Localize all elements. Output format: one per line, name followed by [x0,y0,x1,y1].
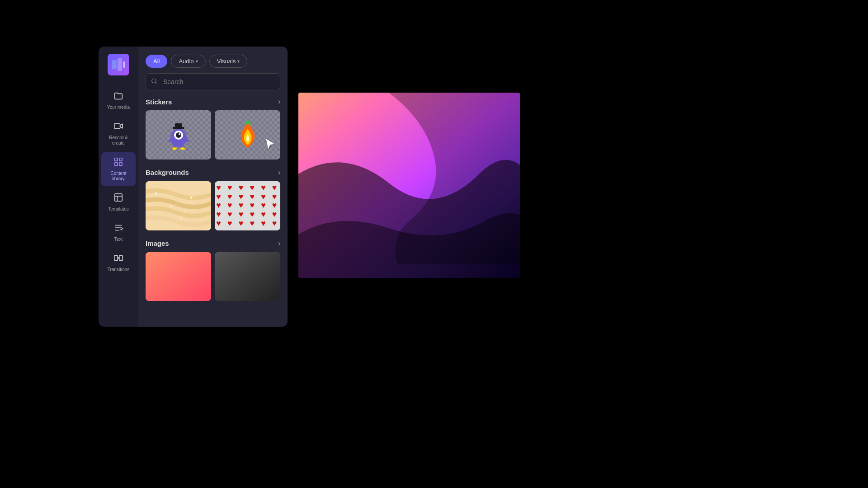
panel-scroll[interactable]: Stickers › [138,98,288,327]
image-card-1[interactable] [146,252,211,301]
svg-text:♥: ♥ [250,183,255,192]
svg-rect-3 [114,124,120,129]
svg-point-14 [176,132,181,138]
svg-point-15 [179,133,180,135]
svg-text:♥: ♥ [239,192,244,201]
sidebar-item-transitions[interactable]: Transitions [101,249,136,277]
svg-rect-30 [215,181,280,230]
svg-text:♥: ♥ [239,201,244,210]
svg-text:♥: ♥ [272,201,277,210]
sidebar-item-your-media[interactable]: Your media [101,86,136,115]
sidebar-item-text[interactable]: Text [101,218,136,247]
svg-text:♥: ♥ [239,219,244,228]
app-logo [108,54,129,75]
section-stickers: Stickers › [146,98,280,160]
backgrounds-grid: ✦ ✦ ✦ ✦ ♥ ♥ ♥ ♥ ♥ [146,181,280,230]
filter-bar: All Audio ▾ Visuals ▾ [138,47,288,73]
image-card-2[interactable] [215,252,280,301]
svg-text:✦: ✦ [189,195,193,200]
svg-rect-1 [118,58,122,71]
svg-point-24 [246,121,249,123]
background-card-hearts[interactable]: ♥ ♥ ♥ ♥ ♥ ♥ ♥ ♥ ♥ ♥ ♥ ♥ ♥ ♥ ♥ [215,181,280,230]
svg-text:♥: ♥ [250,201,255,210]
sidebar-item-templates[interactable]: Templates [101,188,136,216]
audio-chevron-icon: ▾ [196,59,198,64]
search-input[interactable] [146,73,280,90]
images-grid [146,252,280,301]
section-images: Images › [146,239,280,301]
svg-text:♥: ♥ [261,192,266,201]
backgrounds-arrow-icon: › [278,169,280,177]
svg-text:♥: ♥ [250,210,255,219]
images-title: Images [146,239,169,247]
sidebar-item-your-media-label: Your media [107,105,130,110]
filter-audio-button[interactable]: Audio ▾ [171,55,205,68]
video-icon [113,121,123,133]
grid-icon [113,157,123,169]
search-icon [151,78,157,86]
background-card-wavy[interactable]: ✦ ✦ ✦ ✦ [146,181,211,230]
svg-text:♥: ♥ [239,183,244,192]
svg-text:♥: ♥ [216,219,221,228]
sidebar-item-transitions-label: Transitions [108,267,130,272]
section-backgrounds: Backgrounds › ✦ ✦ ✦ [146,169,280,230]
svg-rect-5 [119,158,122,161]
svg-rect-9 [114,256,118,261]
sidebar-item-content-library[interactable]: Content library [101,152,136,186]
svg-text:♥: ♥ [227,210,232,219]
filter-all-button[interactable]: All [146,55,167,68]
svg-text:♥: ♥ [227,183,232,192]
svg-text:♥: ♥ [272,183,277,192]
sidebar: Your media Record &create Content librar… [99,47,138,327]
svg-rect-4 [115,158,118,161]
stickers-section-header[interactable]: Stickers › [146,98,280,106]
filter-visuals-button[interactable]: Visuals ▾ [209,55,248,68]
svg-rect-61 [146,252,211,301]
sticker-card-monster[interactable] [146,110,211,160]
svg-text:♥: ♥ [250,219,255,228]
visuals-chevron-icon: ▾ [237,59,240,64]
search-box [146,73,280,90]
svg-text:✦: ✦ [180,216,183,220]
stickers-grid [146,110,280,160]
stickers-title: Stickers [146,98,172,106]
svg-text:✦: ✦ [170,205,173,209]
content-panel: All Audio ▾ Visuals ▾ Stickers › [138,47,288,327]
text-icon [113,223,123,235]
svg-text:♥: ♥ [216,183,221,192]
images-section-header[interactable]: Images › [146,239,280,248]
svg-rect-2 [123,61,125,68]
svg-rect-7 [119,163,122,165]
svg-text:♥: ♥ [272,192,277,201]
sidebar-item-content-library-label: Content library [105,171,132,182]
svg-text:♥: ♥ [216,192,221,201]
svg-text:♥: ♥ [227,201,232,210]
backgrounds-title: Backgrounds [146,169,189,176]
svg-text:♥: ♥ [261,201,266,210]
svg-rect-62 [215,252,280,301]
svg-point-23 [180,147,185,150]
images-arrow-icon: › [278,239,280,248]
canvas-area [298,93,520,278]
svg-text:♥: ♥ [272,210,277,219]
sticker-card-fire[interactable] [215,110,280,160]
transitions-icon [113,253,123,265]
svg-text:♥: ♥ [261,219,266,228]
backgrounds-section-header[interactable]: Backgrounds › [146,169,280,177]
svg-text:♥: ♥ [250,192,255,201]
svg-text:♥: ♥ [227,192,232,201]
svg-text:♥: ♥ [216,201,221,210]
svg-point-22 [172,147,177,150]
svg-text:♥: ♥ [261,183,266,192]
svg-text:♥: ♥ [261,210,266,219]
svg-text:♥: ♥ [239,210,244,219]
svg-text:♥: ♥ [272,219,277,228]
sidebar-item-text-label: Text [114,237,123,242]
svg-rect-0 [112,60,117,69]
sidebar-item-record-create[interactable]: Record &create [101,117,136,150]
sidebar-item-templates-label: Templates [108,206,129,212]
svg-rect-17 [175,123,182,128]
folder-icon [113,91,123,103]
svg-text:♥: ♥ [216,210,221,219]
stickers-arrow-icon: › [278,98,280,106]
